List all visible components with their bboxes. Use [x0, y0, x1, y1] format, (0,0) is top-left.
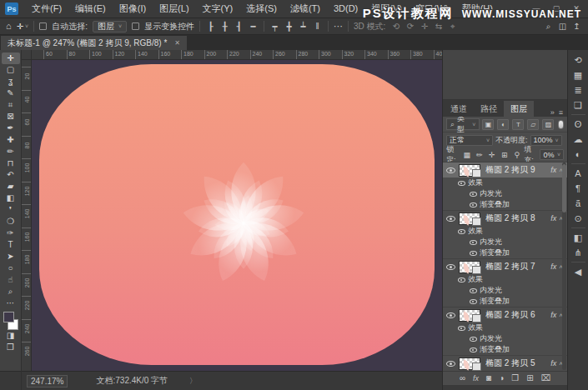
- effect-row[interactable]: 内发光: [443, 333, 567, 344]
- visibility-toggle[interactable]: [466, 192, 480, 197]
- auto-select-checkbox[interactable]: [39, 22, 47, 30]
- paragraph-panel-icon[interactable]: ¶: [570, 181, 587, 196]
- visibility-toggle[interactable]: [443, 361, 459, 367]
- show-transform-checkbox[interactable]: [132, 22, 139, 30]
- libraries-panel-icon[interactable]: ≣: [570, 82, 587, 98]
- filter-adjustment-layers-icon[interactable]: ◐: [497, 119, 509, 130]
- foreground-color-swatch[interactable]: [3, 312, 14, 322]
- more-align-options-icon[interactable]: ⋯: [334, 22, 343, 31]
- share-image-icon[interactable]: ↥: [571, 22, 582, 31]
- menu-file[interactable]: 文件(F): [25, 0, 68, 18]
- visibility-toggle[interactable]: [455, 181, 468, 186]
- scrollbar-thumb[interactable]: [562, 164, 566, 212]
- new-layer-button[interactable]: ⊞: [526, 374, 533, 382]
- glyphs-panel-icon[interactable]: ã: [570, 196, 587, 211]
- align-top-edges-icon[interactable]: ━: [248, 22, 259, 31]
- layer-row[interactable]: 椭圆 2 拷贝 5fx˄: [443, 355, 567, 371]
- panel-tab-路径[interactable]: 路径: [474, 101, 504, 117]
- swatches-panel-icon[interactable]: ▦: [570, 68, 587, 82]
- 3d-pan-icon[interactable]: ✛: [419, 22, 430, 31]
- menu-type[interactable]: 文字(Y): [196, 0, 240, 18]
- delete-layer-button[interactable]: ⌧: [541, 374, 551, 382]
- lasso-tool[interactable]: ʓ: [2, 76, 20, 88]
- properties-panel-icon[interactable]: ⊙: [570, 211, 587, 226]
- effects-header-row[interactable]: 效果: [443, 274, 567, 285]
- layer-thumbnail[interactable]: [459, 309, 480, 322]
- history-panel-icon[interactable]: ⟲: [570, 52, 587, 68]
- tab-close-icon[interactable]: ✕: [174, 39, 180, 47]
- menu-select[interactable]: 选择(S): [239, 0, 284, 18]
- edit-toolbar-icon[interactable]: ⋯: [2, 298, 20, 309]
- pen-tool[interactable]: ✑: [2, 228, 20, 239]
- lock-position-icon[interactable]: ✛: [487, 151, 496, 159]
- marquee-tool[interactable]: ▢: [2, 64, 20, 76]
- panel-tab-图层[interactable]: 图层: [504, 101, 534, 117]
- lock-image-pixels-icon[interactable]: ✏: [475, 151, 484, 159]
- history-brush-tool[interactable]: ↶: [2, 169, 20, 181]
- layer-row[interactable]: 椭圆 2 拷贝 8fx˄: [443, 210, 567, 226]
- gradient-tool[interactable]: ◧: [2, 192, 20, 204]
- status-menu-arrow[interactable]: 〉: [189, 376, 197, 387]
- auto-select-dropdown[interactable]: 图层 ˅: [93, 21, 127, 32]
- eyedropper-tool[interactable]: ✒: [2, 122, 20, 134]
- layer-row[interactable]: 椭圆 2 拷贝 7fx˄: [443, 258, 567, 274]
- visibility-toggle[interactable]: [443, 264, 459, 270]
- menu-edit[interactable]: 编辑(E): [68, 0, 113, 18]
- collapse-panels-icon[interactable]: »: [550, 108, 555, 117]
- crop-tool[interactable]: ⌗: [2, 99, 20, 111]
- visibility-toggle[interactable]: [443, 312, 459, 318]
- layer-thumbnail[interactable]: [459, 164, 480, 177]
- visibility-toggle[interactable]: [466, 348, 480, 352]
- menu-3d[interactable]: 3D(D): [327, 0, 364, 18]
- visibility-toggle[interactable]: [466, 202, 480, 208]
- cloud-documents-panel-icon[interactable]: ☁: [570, 132, 587, 147]
- add-layer-mask-button[interactable]: ◙: [486, 374, 491, 382]
- expand-dock-icon[interactable]: ◀: [570, 264, 587, 279]
- layer-thumbnail[interactable]: [459, 358, 480, 370]
- align-horizontal-centers-icon[interactable]: ╂: [219, 22, 230, 31]
- frame-tool[interactable]: ⊠: [2, 111, 20, 122]
- gradients-panel-icon[interactable]: ◧: [570, 230, 587, 245]
- patterns-panel-icon[interactable]: ❏: [570, 98, 587, 112]
- dodge-tool[interactable]: ❍: [2, 216, 20, 228]
- clone-stamp-tool[interactable]: ⊓: [2, 158, 20, 169]
- effects-header-row[interactable]: 效果: [443, 226, 567, 237]
- panel-tab-通道[interactable]: 通道: [444, 101, 474, 117]
- visibility-toggle[interactable]: [443, 168, 459, 173]
- lock-transparent-pixels-icon[interactable]: ▦: [462, 151, 471, 159]
- zoom-tool[interactable]: ⌕: [2, 286, 20, 298]
- type-tool[interactable]: T: [2, 239, 20, 251]
- zoom-level-field[interactable]: 247.17%: [27, 375, 68, 388]
- healing-brush-tool[interactable]: ✚: [2, 134, 20, 146]
- fill-dropdown[interactable]: 0% ˅: [540, 149, 564, 160]
- effect-row[interactable]: 内发光: [443, 285, 567, 296]
- document-tab[interactable]: 未标题-1 @ 247% (椭圆 2 拷贝 9, RGB/8) * ✕: [1, 36, 187, 50]
- eraser-tool[interactable]: ▰: [2, 181, 20, 192]
- 3d-slide-icon[interactable]: ⇆: [433, 22, 444, 31]
- blur-tool[interactable]: ❜: [2, 204, 20, 216]
- link-layers-button[interactable]: ∞: [460, 374, 465, 382]
- workspace-switcher-icon[interactable]: ◫: [557, 22, 568, 31]
- effect-row[interactable]: 内发光: [443, 237, 567, 248]
- visibility-toggle[interactable]: [466, 288, 480, 293]
- visibility-toggle[interactable]: [466, 337, 480, 342]
- quick-mask-button[interactable]: ◨: [2, 330, 20, 342]
- effect-row[interactable]: 渐变叠加: [443, 344, 567, 355]
- quick-selection-tool[interactable]: ✎: [2, 88, 20, 99]
- layer-filter-type-dropdown[interactable]: ⌕ 类型 ˅: [446, 118, 480, 130]
- layer-style-button[interactable]: fx: [473, 375, 479, 382]
- adjustment-layer-button[interactable]: ◑: [499, 374, 504, 382]
- visibility-toggle[interactable]: [443, 216, 459, 222]
- paths-panel-icon[interactable]: ⋔: [570, 245, 587, 260]
- align-right-edges-icon[interactable]: ┨: [234, 22, 244, 31]
- panel-menu-icon[interactable]: ≡: [559, 108, 563, 117]
- horizontal-ruler[interactable]: 6080100120140160180200220240260280300320…: [32, 50, 442, 60]
- visibility-toggle[interactable]: [466, 251, 480, 256]
- visibility-toggle[interactable]: [455, 326, 468, 331]
- hand-tool[interactable]: ☝: [2, 274, 20, 286]
- learn-panel-icon[interactable]: ʘ: [570, 117, 587, 132]
- 3d-zoom-icon[interactable]: ⌖: [447, 22, 458, 32]
- visibility-toggle[interactable]: [455, 278, 468, 282]
- current-tool-icon[interactable]: ✛ ˅: [17, 22, 28, 31]
- screen-mode-button[interactable]: ❒: [2, 342, 20, 353]
